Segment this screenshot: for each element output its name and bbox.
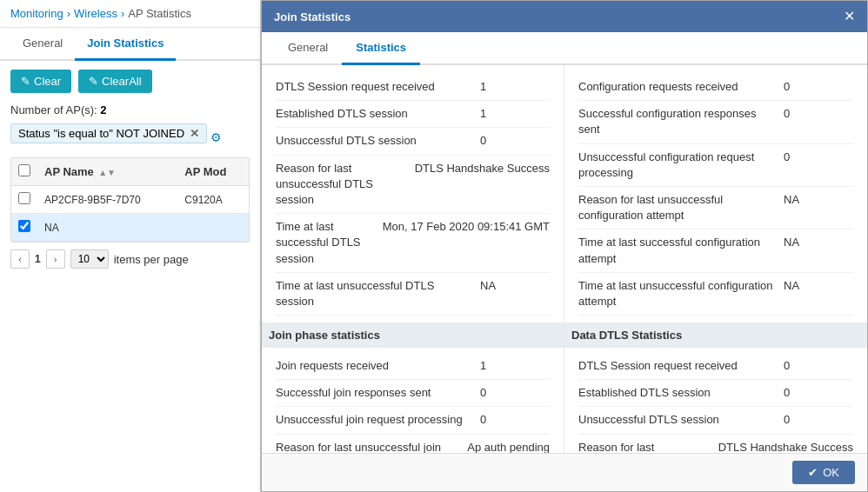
ok-button[interactable]: ✔ OK xyxy=(792,461,855,484)
breadcrumb-current: AP Statistics xyxy=(128,7,191,20)
eraser-icon: ✎ xyxy=(21,75,30,88)
dialog-panel: Join Statistics ✕ General Statistics DTL… xyxy=(261,0,868,492)
tab-general[interactable]: General xyxy=(10,28,75,61)
stat-row: DTLS Session request received 1 xyxy=(276,74,550,101)
per-page-select[interactable]: 10 25 50 xyxy=(70,249,109,269)
ap-table: AP Name ▲▼ AP Mod AP2CF8-9B5F-7D70 C9120… xyxy=(11,158,249,242)
clear-button[interactable]: ✎ Clear xyxy=(10,70,71,93)
ap-table-container: AP Name ▲▼ AP Mod AP2CF8-9B5F-7D70 C9120… xyxy=(10,157,250,243)
data-dtls-section-header: Data DTLS Statistics xyxy=(564,322,867,348)
stat-row: Reason for last unsuccessful configurati… xyxy=(578,187,853,229)
items-per-page-label: items per page xyxy=(114,253,189,266)
stats-left-column: DTLS Session request received 1 Establis… xyxy=(262,65,564,453)
stat-row: DTLS Session request received 0 xyxy=(578,353,853,380)
row2-ap-model xyxy=(177,214,249,242)
stat-row: Established DTLS session 0 xyxy=(578,380,853,407)
stat-row: Unsuccessful DTLS session 0 xyxy=(578,407,853,434)
stat-row: Reason for last unsuccessful join attemp… xyxy=(276,435,550,453)
breadcrumb-sep2: › xyxy=(121,7,124,20)
breadcrumb-sep1: › xyxy=(67,7,70,20)
breadcrumb-monitoring[interactable]: Monitoring xyxy=(10,7,63,20)
clear-all-button[interactable]: ✎ ClearAll xyxy=(78,70,152,93)
table-row: NA xyxy=(11,214,249,242)
join-phase-section-header: Join phase statistics xyxy=(262,322,564,348)
pagination: ‹ 1 › 10 25 50 items per page xyxy=(10,243,250,270)
num-aps-label: Number of AP(s): 2 xyxy=(10,103,250,116)
page-number: 1 xyxy=(35,253,41,265)
row1-checkbox[interactable] xyxy=(11,186,37,214)
next-page-button[interactable]: › xyxy=(46,249,65,269)
col-checkbox xyxy=(11,158,37,186)
sort-icon-ap-name: ▲▼ xyxy=(98,168,116,177)
left-tab-bar: General Join Statistics xyxy=(0,28,260,61)
stat-row: Successful configuration responses sent … xyxy=(578,101,853,143)
stat-row: Unsuccessful DTLS session 0 xyxy=(276,128,550,155)
dialog-tab-bar: General Statistics xyxy=(262,32,867,65)
stat-row: Established DTLS session 1 xyxy=(276,101,550,128)
dialog-title: Join Statistics xyxy=(274,10,351,23)
stat-row: Join requests received 1 xyxy=(276,353,550,380)
filter-tag: Status "is equal to" NOT JOINED ✕ xyxy=(10,123,207,143)
filter-icon[interactable]: ⚙ xyxy=(210,130,222,144)
stat-row: Configuration requests received 0 xyxy=(578,74,853,101)
prev-page-button[interactable]: ‹ xyxy=(10,249,30,269)
eraser-all-icon: ✎ xyxy=(89,75,98,88)
stat-row: Time at last successful configuration at… xyxy=(578,229,853,272)
col-ap-model[interactable]: AP Mod xyxy=(177,158,249,186)
stat-row: Time at last successful DTLS session Mon… xyxy=(276,214,550,273)
stat-row: Time at last unsuccessful configuration … xyxy=(578,273,853,316)
row1-ap-name: AP2CF8-9B5F-7D70 xyxy=(37,186,177,214)
col-ap-name[interactable]: AP Name ▲▼ xyxy=(37,158,177,186)
left-content: ✎ Clear ✎ ClearAll Number of AP(s): 2 St… xyxy=(0,61,260,492)
dialog-tab-statistics[interactable]: Statistics xyxy=(342,32,420,65)
stat-row: Time at last unsuccessful DTLS session N… xyxy=(276,273,550,316)
row1-ap-model: C9120A xyxy=(177,186,249,214)
dialog-tab-general[interactable]: General xyxy=(274,32,342,65)
left-panel: Monitoring › Wireless › AP Statistics Ge… xyxy=(0,0,261,492)
filter-tag-close[interactable]: ✕ xyxy=(190,127,199,140)
stat-row: Reason for last unsuccessful DTLS sessio… xyxy=(578,435,853,453)
stat-row: Reason for last unsuccessful DTLS sessio… xyxy=(276,156,550,215)
row2-ap-name: NA xyxy=(37,214,177,242)
breadcrumb: Monitoring › Wireless › AP Statistics xyxy=(0,0,260,28)
dialog-header: Join Statistics ✕ xyxy=(262,1,867,32)
stat-row: Unsuccessful configuration request proce… xyxy=(578,144,853,187)
checkmark-icon: ✔ xyxy=(808,466,818,479)
breadcrumb-wireless[interactable]: Wireless xyxy=(74,7,117,20)
table-row: AP2CF8-9B5F-7D70 C9120A xyxy=(11,186,249,214)
stat-row: Unsuccessful join request processing 0 xyxy=(276,407,550,434)
tab-join-statistics[interactable]: Join Statistics xyxy=(75,28,176,61)
dialog-close-button[interactable]: ✕ xyxy=(844,10,855,23)
row2-checkbox[interactable] xyxy=(11,214,37,242)
button-group: ✎ Clear ✎ ClearAll xyxy=(10,70,250,93)
stat-row: Successful join responses sent 0 xyxy=(276,380,550,407)
select-all-checkbox[interactable] xyxy=(18,164,30,176)
stats-right-column: Configuration requests received 0 Succes… xyxy=(564,65,867,453)
dialog-footer: ✔ OK xyxy=(262,453,867,491)
dialog-content: DTLS Session request received 1 Establis… xyxy=(262,65,867,453)
